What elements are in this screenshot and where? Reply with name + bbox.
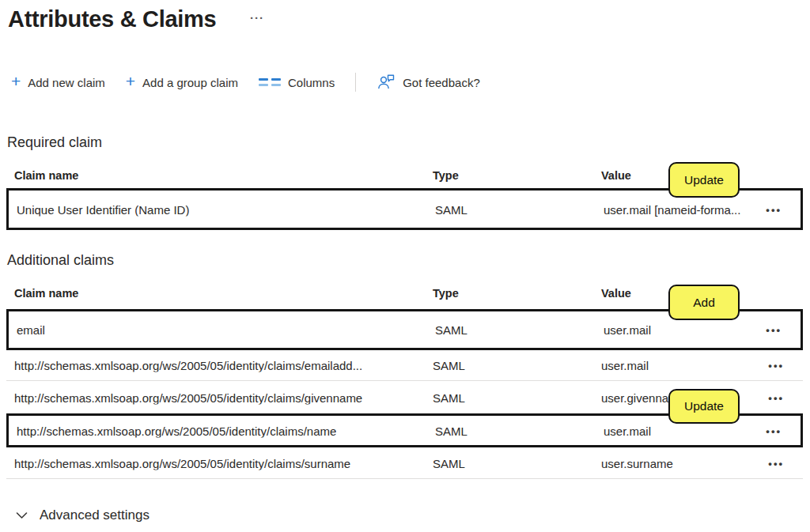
annotation-callout-add-email: Add (668, 285, 740, 320)
claim-name-cell: http://schemas.xmlsoap.org/ws/2005/05/id… (14, 391, 362, 404)
page-more-menu[interactable]: ··· (250, 11, 264, 25)
columns-button[interactable]: Columns (259, 76, 335, 89)
value-cell: user.mail (604, 323, 651, 337)
claim-name-cell: Unique User Identifier (Name ID) (17, 202, 189, 216)
type-cell: SAML (435, 202, 467, 216)
claim-name-cell: http://schemas.xmlsoap.org/ws/2005/05/id… (14, 456, 350, 470)
value-cell: user.mail [nameid-forma... (604, 202, 740, 216)
column-header-claim-name: Claim name (14, 169, 78, 182)
claim-name-cell: http://schemas.xmlsoap.org/ws/2005/05/id… (17, 424, 336, 437)
row-menu-button[interactable]: ••• (768, 360, 784, 372)
plus-icon: + (126, 74, 135, 89)
claim-name-cell: http://schemas.xmlsoap.org/ws/2005/05/id… (14, 359, 362, 372)
type-cell: SAML (435, 323, 467, 337)
type-cell: SAML (435, 424, 467, 437)
type-cell: SAML (433, 391, 465, 404)
chevron-down-icon (16, 511, 28, 519)
columns-label: Columns (288, 76, 335, 89)
plus-icon: + (11, 74, 21, 89)
add-new-claim-label: Add new claim (28, 76, 105, 89)
row-menu-button[interactable]: ••• (766, 324, 782, 336)
add-new-claim-button[interactable]: + Add new claim (11, 75, 105, 89)
claim-name-cell: email (17, 323, 45, 337)
type-cell: SAML (433, 359, 465, 372)
annotation-callout-update-required: Update (668, 162, 740, 198)
feedback-icon (377, 74, 396, 91)
row-menu-button[interactable]: ••• (766, 203, 782, 215)
value-cell: user.mail (604, 424, 651, 437)
type-cell: SAML (433, 456, 465, 470)
additional-claims-heading: Additional claims (7, 252, 114, 269)
value-cell: user.surname (601, 456, 673, 470)
add-group-claim-button[interactable]: + Add a group claim (126, 75, 238, 89)
advanced-settings-expander[interactable]: Advanced settings (16, 507, 150, 523)
toolbar-divider (355, 73, 356, 92)
attributes-claims-page: Attributes & Claims ··· + Add new claim … (0, 0, 810, 532)
advanced-settings-label: Advanced settings (40, 507, 150, 523)
got-feedback-label: Got feedback? (403, 76, 480, 89)
required-claim-heading: Required claim (7, 134, 102, 151)
row-menu-button[interactable]: ••• (766, 424, 782, 436)
column-header-type: Type (433, 169, 459, 182)
got-feedback-button[interactable]: Got feedback? (377, 74, 480, 91)
annotation-callout-update-name: Update (668, 389, 740, 424)
columns-icon (259, 78, 281, 86)
table-row-emailaddress[interactable]: http://schemas.xmlsoap.org/ws/2005/05/id… (6, 350, 803, 381)
column-header-value: Value (601, 169, 631, 182)
column-header-value: Value (601, 287, 631, 300)
column-header-type: Type (433, 287, 459, 300)
column-header-claim-name: Claim name (14, 287, 78, 300)
page-title: Attributes & Claims (8, 6, 216, 32)
row-menu-button[interactable]: ••• (768, 457, 784, 469)
add-group-claim-label: Add a group claim (142, 76, 238, 89)
table-row-surname[interactable]: http://schemas.xmlsoap.org/ws/2005/05/id… (6, 447, 803, 479)
toolbar: + Add new claim + Add a group claim Colu… (11, 70, 480, 95)
row-menu-button[interactable]: ••• (768, 391, 784, 403)
value-cell: user.mail (601, 359, 649, 372)
